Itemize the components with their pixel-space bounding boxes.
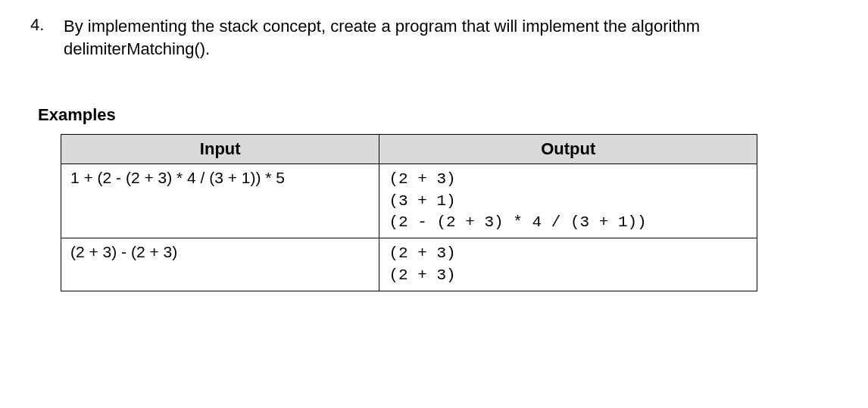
question-number: 4. [30, 15, 53, 60]
input-cell: (2 + 3) - (2 + 3) [61, 238, 379, 291]
input-cell: 1 + (2 - (2 + 3) * 4 / (3 + 1)) * 5 [61, 164, 379, 238]
table-row: (2 + 3) - (2 + 3) (2 + 3) (2 + 3) [61, 238, 757, 291]
examples-table: Input Output 1 + (2 - (2 + 3) * 4 / (3 +… [61, 134, 757, 291]
examples-section: Examples Input Output 1 + (2 - (2 + 3) *… [38, 105, 838, 291]
header-input: Input [61, 135, 379, 164]
header-output: Output [379, 135, 757, 164]
table-row: 1 + (2 - (2 + 3) * 4 / (3 + 1)) * 5 (2 +… [61, 164, 757, 238]
question-text: By implementing the stack concept, creat… [64, 15, 838, 60]
output-cell: (2 + 3) (3 + 1) (2 - (2 + 3) * 4 / (3 + … [379, 164, 757, 238]
output-cell: (2 + 3) (2 + 3) [379, 238, 757, 291]
table-header-row: Input Output [61, 135, 757, 164]
examples-heading: Examples [38, 105, 838, 125]
question-block: 4. By implementing the stack concept, cr… [30, 15, 838, 60]
